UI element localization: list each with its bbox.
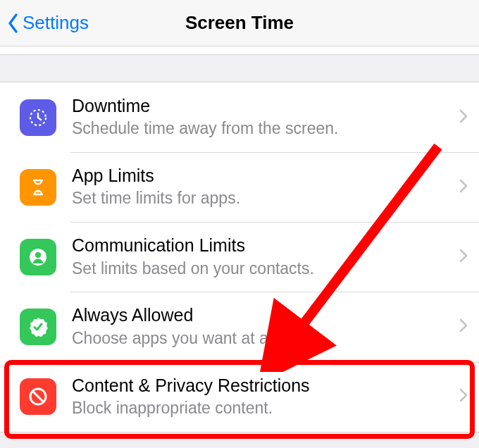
row-sub: Set limits based on your contacts. (72, 259, 452, 280)
back-label: Settings (23, 12, 89, 34)
nav-header: Settings Screen Time (0, 0, 479, 46)
chevron-left-icon (7, 13, 20, 34)
row-texts: Content & Privacy Restrictions Block ina… (72, 375, 452, 419)
row-sub: Choose apps you want at all times. (72, 328, 452, 349)
page-title: Screen Time (185, 12, 294, 34)
svg-point-2 (35, 252, 41, 258)
section-gap (0, 55, 479, 82)
row-texts: Communication Limits Set limits based on… (72, 235, 452, 279)
chevron-right-icon (459, 109, 468, 126)
row-content-privacy[interactable]: Content & Privacy Restrictions Block ina… (0, 362, 479, 432)
row-label: Always Allowed (72, 304, 452, 326)
check-badge-icon (20, 309, 56, 345)
chevron-right-icon (459, 318, 468, 335)
row-label: Content & Privacy Restrictions (72, 375, 452, 397)
row-communication-limits[interactable]: Communication Limits Set limits based on… (0, 222, 479, 292)
row-sub: Set time limits for apps. (72, 188, 452, 209)
row-sub: Block inappropriate content. (72, 398, 452, 419)
row-texts: Always Allowed Choose apps you want at a… (72, 304, 452, 349)
section-tail (0, 46, 479, 55)
row-app-limits[interactable]: App Limits Set time limits for apps. (0, 152, 479, 222)
row-texts: Downtime Schedule time away from the scr… (72, 95, 452, 139)
chevron-right-icon (459, 249, 468, 266)
svg-line-4 (33, 392, 44, 402)
chevron-right-icon (459, 388, 468, 405)
back-button[interactable]: Settings (0, 12, 89, 34)
row-downtime[interactable]: Downtime Schedule time away from the scr… (0, 82, 479, 152)
row-always-allowed[interactable]: Always Allowed Choose apps you want at a… (0, 292, 479, 361)
chevron-right-icon (459, 179, 468, 196)
contact-icon (20, 239, 56, 275)
row-sub: Schedule time away from the screen. (72, 118, 452, 139)
row-texts: App Limits Set time limits for apps. (72, 165, 452, 209)
row-label: App Limits (72, 165, 452, 187)
row-label: Downtime (72, 95, 452, 117)
no-entry-icon (20, 378, 56, 415)
downtime-icon (20, 99, 56, 136)
settings-list: Downtime Schedule time away from the scr… (0, 82, 479, 433)
hourglass-icon (20, 169, 56, 206)
row-label: Communication Limits (72, 235, 452, 256)
